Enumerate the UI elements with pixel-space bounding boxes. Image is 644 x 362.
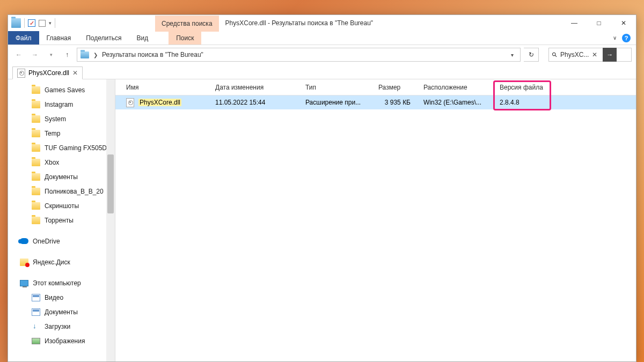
back-button[interactable]: ← bbox=[12, 48, 25, 61]
nav-item[interactable]: Видео bbox=[8, 290, 115, 305]
search-icon: ⚲ bbox=[550, 50, 559, 59]
folder-icon bbox=[32, 144, 40, 152]
folder-icon bbox=[32, 115, 40, 123]
recent-locations-icon[interactable]: ▾ bbox=[45, 48, 57, 61]
location-icon bbox=[80, 51, 89, 58]
cell-location: Win32 (E:\Games\... bbox=[420, 99, 496, 106]
maximize-button[interactable]: □ bbox=[587, 15, 611, 31]
tab-physxcore[interactable]: PhysXCore.dll ✕ bbox=[12, 67, 83, 79]
tab-close-icon[interactable]: ✕ bbox=[72, 69, 78, 77]
nav-item-label: Скриншоты bbox=[45, 202, 79, 210]
address-bar[interactable]: ❯ Результаты поиска в "The Bureau" ▾ bbox=[77, 48, 521, 62]
title-bar: ✓ ▾ Средства поиска PhysXCore.dll - Резу… bbox=[8, 15, 636, 31]
dll-icon bbox=[126, 98, 134, 107]
folder-icon bbox=[32, 173, 40, 181]
nav-item[interactable]: Полникова_В_В_20 bbox=[8, 184, 115, 198]
col-location[interactable]: Расположение bbox=[420, 84, 496, 91]
qat-newfolder-icon[interactable] bbox=[39, 20, 46, 27]
up-button[interactable]: ↑ bbox=[61, 48, 74, 61]
minimize-button[interactable]: — bbox=[562, 15, 587, 31]
yandex-disk-icon bbox=[20, 258, 28, 266]
body: Games SavesInstagramSystemTempTUF Gaming… bbox=[8, 79, 636, 361]
nav-item[interactable]: OneDrive bbox=[8, 234, 115, 248]
search-text: PhysXC... bbox=[560, 51, 589, 58]
col-version[interactable]: Версия файла bbox=[496, 84, 550, 91]
nav-item-label: System bbox=[45, 115, 66, 123]
cell-size: 3 935 КБ bbox=[375, 99, 420, 106]
nav-item[interactable]: Торренты bbox=[8, 213, 115, 227]
file-row[interactable]: PhysXCore.dll 11.05.2022 15:44 Расширени… bbox=[115, 95, 636, 109]
nav-item[interactable]: Документы bbox=[8, 305, 115, 319]
tab-file[interactable]: Файл bbox=[8, 31, 39, 45]
separator bbox=[55, 18, 55, 28]
navigation-pane: Games SavesInstagramSystemTempTUF Gaming… bbox=[8, 79, 115, 361]
separator bbox=[24, 18, 25, 28]
file-list: Имя Дата изменения Тип Размер Расположен… bbox=[115, 79, 636, 361]
tab-view[interactable]: Вид bbox=[129, 31, 156, 45]
nav-item-label: TUF Gaming FX505DD_FX505DD bbox=[45, 144, 115, 152]
nav-scrollbar-thumb[interactable] bbox=[107, 154, 114, 213]
cell-date: 11.05.2022 15:44 bbox=[212, 99, 302, 106]
nav-item[interactable]: System bbox=[8, 112, 115, 126]
search-go-button[interactable]: → bbox=[603, 48, 617, 62]
chevron-right-icon[interactable]: ❯ bbox=[93, 52, 98, 58]
library-icon bbox=[32, 308, 40, 316]
nav-item[interactable]: Документы bbox=[8, 169, 115, 184]
dll-icon bbox=[17, 69, 25, 78]
nav-item[interactable]: TUF Gaming FX505DD_FX505DD bbox=[8, 141, 115, 155]
col-size[interactable]: Размер bbox=[375, 84, 420, 91]
address-dropdown-icon[interactable]: ▾ bbox=[508, 52, 517, 58]
close-button[interactable]: ✕ bbox=[611, 15, 636, 31]
help-icon[interactable]: ? bbox=[622, 34, 631, 42]
nav-item-label: Загрузки bbox=[45, 323, 70, 330]
window-title: PhysXCore.dll - Результаты поиска в "The… bbox=[219, 19, 374, 27]
cell-version: 2.8.4.8 bbox=[496, 99, 550, 106]
nav-item[interactable]: Games Saves bbox=[8, 83, 115, 97]
tabs-row: PhysXCore.dll ✕ bbox=[8, 64, 636, 79]
folder-icon bbox=[32, 188, 40, 195]
nav-item-label: Яндекс.Диск bbox=[33, 258, 70, 266]
tab-home[interactable]: Главная bbox=[39, 31, 79, 45]
nav-item[interactable]: Xbox bbox=[8, 155, 115, 169]
cell-name: PhysXCore.dll bbox=[123, 98, 212, 107]
nav-item-label: Этот компьютер bbox=[33, 279, 81, 287]
ribbon-collapse-icon[interactable]: ∨ bbox=[613, 35, 617, 41]
col-version-label: Версия файла bbox=[500, 84, 543, 91]
onedrive-icon bbox=[20, 238, 28, 244]
search-tools-contextual-tab: Средства поиска bbox=[155, 16, 219, 32]
nav-item[interactable]: Temp bbox=[8, 126, 115, 141]
file-name: PhysXCore.dll bbox=[138, 99, 181, 106]
nav-item[interactable]: Instagram bbox=[8, 97, 115, 112]
nav-scrollbar[interactable] bbox=[106, 79, 115, 361]
qat-customize-icon[interactable]: ▾ bbox=[49, 20, 52, 26]
nav-item[interactable]: Загрузки bbox=[8, 319, 115, 334]
nav-item[interactable]: Изображения bbox=[8, 334, 115, 348]
downloads-icon bbox=[32, 323, 40, 330]
nav-item-label: Торренты bbox=[45, 217, 74, 224]
folder-icon bbox=[32, 130, 40, 137]
col-name[interactable]: Имя bbox=[123, 84, 212, 91]
clear-search-icon[interactable]: ✕ bbox=[592, 51, 597, 58]
nav-item-label: Документы bbox=[45, 308, 78, 316]
col-date[interactable]: Дата изменения bbox=[212, 84, 302, 91]
address-bar-row: ← → ▾ ↑ ❯ Результаты поиска в "The Burea… bbox=[8, 45, 636, 64]
nav-item[interactable]: Этот компьютер bbox=[8, 276, 115, 290]
nav-item-label: Полникова_В_В_20 bbox=[45, 188, 104, 195]
quick-access-toolbar: ✓ ▾ bbox=[8, 15, 58, 31]
nav-item[interactable]: Яндекс.Диск bbox=[8, 255, 115, 269]
folder-icon bbox=[32, 101, 40, 108]
col-type[interactable]: Тип bbox=[302, 84, 375, 91]
app-icon bbox=[11, 18, 21, 28]
nav-item-label: Games Saves bbox=[45, 86, 85, 94]
explorer-window: ✓ ▾ Средства поиска PhysXCore.dll - Резу… bbox=[8, 14, 636, 362]
tab-search[interactable]: Поиск bbox=[169, 31, 201, 45]
breadcrumb[interactable]: Результаты поиска в "The Bureau" bbox=[102, 51, 203, 58]
folder-icon bbox=[32, 159, 40, 166]
nav-item[interactable]: Скриншоты bbox=[8, 198, 115, 213]
qat-properties-icon[interactable]: ✓ bbox=[28, 19, 35, 27]
forward-button[interactable]: → bbox=[28, 48, 41, 61]
tab-share[interactable]: Поделиться bbox=[78, 31, 129, 45]
refresh-button[interactable]: ↻ bbox=[524, 48, 539, 62]
nav-item-label: Документы bbox=[45, 173, 78, 181]
search-box[interactable]: ⚲ PhysXC... ✕ → bbox=[548, 48, 632, 62]
